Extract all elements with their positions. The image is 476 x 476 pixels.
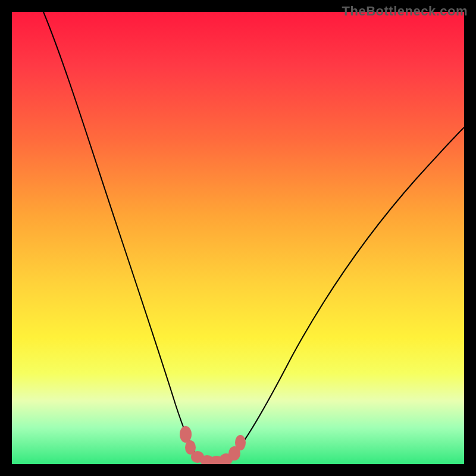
watermark-text: TheBottleneck.com xyxy=(342,4,468,19)
gradient-background xyxy=(12,12,464,464)
chart-frame: TheBottleneck.com xyxy=(0,0,476,476)
